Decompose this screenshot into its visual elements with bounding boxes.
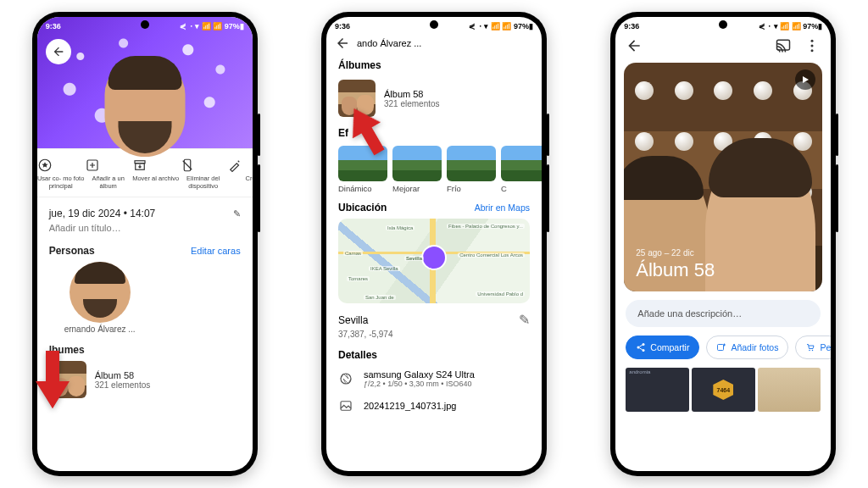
map-label: Universidad Pablo d: [476, 291, 525, 297]
status-time: 9:36: [335, 22, 350, 30]
overflow-menu-icon[interactable]: [804, 37, 821, 54]
chip-label: Añadir fotos: [731, 342, 778, 352]
plus-square-icon: [85, 158, 100, 173]
effect-more[interactable]: C: [501, 146, 542, 193]
aperture-icon: [338, 371, 355, 386]
effect-improve[interactable]: Mejorar: [392, 146, 442, 193]
svg-point-17: [810, 350, 811, 352]
photo-grid: andromia 7464: [615, 359, 831, 412]
person-avatar[interactable]: [70, 262, 131, 323]
action-label: Usar co- mo foto principal: [37, 175, 85, 190]
effect-label: Mejorar: [392, 184, 442, 193]
map-label: Fibes - Palacio de Congresos y...: [447, 224, 525, 229]
description-input[interactable]: Añade una descripción…: [626, 300, 821, 327]
action-label: Mover al archivo: [132, 175, 180, 183]
edit-location-icon[interactable]: ✎: [519, 312, 530, 328]
album-date-range: 25 ago – 22 dic: [636, 248, 693, 258]
album-count: 321 elementos: [384, 99, 440, 108]
album-row[interactable]: Álbum 58 321 elementos: [49, 361, 241, 398]
date-time: jue, 19 dic 2024 • 14:07: [49, 208, 156, 219]
image-icon: [338, 398, 355, 413]
action-set-main-photo[interactable]: Usar co- mo foto principal: [37, 158, 85, 190]
chip-label: Compartir: [650, 342, 689, 352]
grid-photo[interactable]: [758, 368, 821, 412]
add-photo-icon: [716, 342, 726, 352]
back-button[interactable]: [626, 37, 643, 54]
exif-data: ƒ/2,2 • 1/50 • 3,30 mm • ISO640: [364, 380, 475, 388]
svg-point-13: [643, 343, 645, 346]
svg-point-10: [811, 40, 814, 42]
share-button[interactable]: Compartir: [626, 336, 699, 359]
chip-row: Compartir Añadir fotos Pe: [615, 336, 831, 359]
breadcrumb[interactable]: ando Álvarez ...: [357, 38, 421, 48]
effect-label: Frío: [447, 184, 496, 193]
photo-hero[interactable]: [37, 17, 253, 148]
status-icons: ⋞ ⬝ ▾ 📶 📶 97%▮: [759, 22, 823, 30]
open-in-maps-link[interactable]: Abrir en Maps: [475, 202, 530, 213]
album-cover[interactable]: 25 ago – 22 dic Álbum 58: [624, 63, 822, 291]
back-button[interactable]: [335, 36, 350, 51]
svg-rect-5: [46, 351, 59, 385]
svg-point-14: [637, 347, 640, 349]
people-heading: Personas: [49, 245, 95, 257]
album-title: Álbum 58: [636, 259, 715, 281]
title-input[interactable]: Añadir un título…: [49, 223, 241, 233]
location-name: Sevilla: [338, 314, 368, 326]
action-move-to-archive[interactable]: Mover al archivo: [132, 158, 180, 190]
effect-cold[interactable]: Frío: [447, 146, 496, 193]
arrow-left-icon: [335, 36, 350, 51]
edit-date-icon[interactable]: ✎: [233, 208, 241, 219]
status-time: 9:36: [624, 22, 639, 30]
svg-point-12: [811, 49, 814, 52]
hex-badge: 7464: [713, 380, 733, 400]
arrow-left-icon: [52, 45, 65, 58]
trash-slash-icon: [180, 158, 195, 173]
status-icons: ⋞ ⬝ ▾ 📶 📶 97%▮: [180, 22, 244, 30]
svg-rect-7: [341, 402, 351, 411]
filename: 20241219_140731.jpg: [364, 401, 457, 411]
svg-point-18: [812, 350, 814, 352]
order-button[interactable]: Pe: [795, 336, 831, 359]
status-time: 9:36: [46, 22, 61, 30]
archive-down-icon: [132, 158, 147, 173]
magic-icon: [227, 158, 242, 173]
location-coords: 37,387, -5,974: [326, 330, 542, 346]
effect-label: C: [501, 184, 542, 193]
album-name: Álbum 58: [95, 370, 151, 380]
share-icon: [636, 342, 646, 352]
action-label: Añadir a un álbum: [85, 175, 132, 190]
action-create[interactable]: Cre: [227, 158, 253, 190]
star-circle-icon: [37, 158, 53, 173]
edit-faces-link[interactable]: Editar caras: [191, 246, 241, 256]
details-heading: Detalles: [326, 346, 542, 364]
svg-point-15: [643, 349, 645, 352]
phone-1: 9:36 ⋞ ⬝ ▾ 📶 📶 97%▮ Usar co- mo foto pri…: [32, 12, 258, 476]
phone-2: 9:36 ⋞ ⬝ ▾ 📶 📶 97%▮ ando Álvarez ... Álb…: [321, 12, 547, 476]
location-heading: Ubicación: [338, 202, 387, 214]
cast-icon[interactable]: [775, 37, 792, 54]
detail-camera: samsung Galaxy S24 Ultraƒ/2,2 • 1/50 • 3…: [326, 364, 542, 393]
svg-rect-16: [718, 345, 724, 351]
svg-rect-9: [777, 40, 790, 50]
map-label: Centro Comercial Los Arcos: [458, 252, 525, 258]
action-label: Eliminar del dispositivo: [180, 175, 227, 190]
map-label: Camas: [343, 251, 363, 256]
grid-photo[interactable]: andromia: [626, 368, 689, 412]
cart-icon: [805, 342, 815, 352]
action-delete-from-device[interactable]: Eliminar del dispositivo: [180, 158, 227, 190]
person-name[interactable]: ernando Álvarez ...: [64, 324, 241, 334]
map-label: Tomares: [347, 276, 370, 281]
albums-heading: Álbumes: [326, 56, 542, 75]
action-add-to-album[interactable]: Añadir a un álbum: [85, 158, 132, 190]
grid-photo[interactable]: 7464: [692, 368, 755, 412]
add-photos-button[interactable]: Añadir fotos: [706, 336, 788, 359]
map-label: San Juan de: [364, 295, 396, 300]
map-label: Isla Mágica: [386, 225, 415, 230]
map-pin-icon: [421, 245, 447, 270]
svg-point-11: [811, 45, 814, 47]
album-name: Álbum 58: [384, 89, 440, 99]
effect-label: Dinámico: [338, 184, 387, 193]
chip-label: Pe: [820, 342, 831, 352]
back-button[interactable]: [46, 39, 71, 64]
map-thumbnail[interactable]: Isla Mágica Camas Sevilla Tomares IKEA S…: [338, 219, 530, 303]
